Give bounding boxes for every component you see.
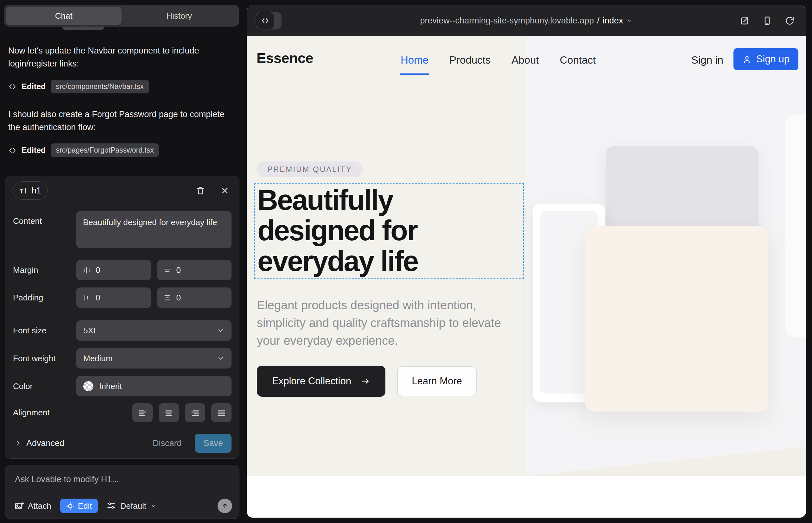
margin-x-input[interactable]: 0 (76, 260, 151, 280)
composer-input[interactable]: Ask Lovable to modify H1... (15, 474, 230, 484)
margin-y-value: 0 (176, 265, 181, 275)
edit-mode-button[interactable]: Edit (60, 499, 98, 513)
chevron-right-icon (15, 440, 22, 447)
transparent-color-swatch (83, 381, 93, 391)
selected-element-chip: тT h1 (13, 181, 48, 200)
url-domain: preview--charming-site-symphony.lovable.… (420, 16, 594, 26)
mobile-view-button[interactable] (762, 16, 772, 26)
refresh-button[interactable] (785, 16, 795, 26)
url-breadcrumb[interactable]: preview--charming-site-symphony.lovable.… (247, 5, 806, 36)
padding-y-input[interactable]: 0 (157, 287, 232, 308)
preview-page: Essence Home Products About Contact Sign… (247, 36, 806, 518)
selected-element-outline: Beautifully designed for everyday life (254, 183, 524, 278)
alignment-buttons (76, 403, 231, 422)
nav-link-about[interactable]: About (511, 54, 539, 66)
edited-file-chip[interactable]: src/components/Navbar.tsx (51, 80, 148, 93)
align-right-button[interactable] (185, 403, 205, 422)
font-weight-value: Medium (83, 354, 211, 363)
explore-collection-button[interactable]: Explore Collection (257, 366, 385, 397)
site-navbar: Essence Home Products About Contact Sign… (247, 36, 806, 84)
preview-window: preview--charming-site-symphony.lovable.… (247, 5, 806, 518)
advanced-toggle[interactable]: Advanced (13, 438, 66, 449)
chat-message: Now let's update the Navbar component to… (8, 44, 235, 70)
margin-x-value: 0 (96, 265, 100, 275)
nav-link-contact[interactable]: Contact (560, 54, 596, 66)
content-input[interactable]: Beautifully designed for everyday life (76, 211, 231, 248)
discard-button[interactable]: Discard (151, 438, 184, 449)
color-label: Color (13, 381, 76, 391)
hero-cta-row: Explore Collection Learn More (257, 366, 477, 397)
chevron-down-icon (217, 355, 225, 362)
tab-history[interactable]: History (122, 7, 237, 25)
chat-composer: Ask Lovable to modify H1... Attach Edit (5, 465, 240, 519)
padding-horizontal-icon (82, 293, 91, 302)
nav-link-products[interactable]: Products (449, 54, 491, 66)
margin-y-input[interactable]: 0 (157, 260, 232, 280)
content-label: Content (13, 216, 76, 226)
font-size-value: 5XL (83, 326, 211, 336)
delete-element-button[interactable] (195, 185, 206, 196)
site-nav-links: Home Products About Contact (401, 36, 596, 84)
app-root: Chat History Now let's update the Navbar… (0, 0, 812, 523)
open-in-new-tab-button[interactable] (740, 16, 749, 26)
tab-chat[interactable]: Chat (6, 7, 122, 25)
advanced-label: Advanced (26, 438, 64, 448)
attach-button[interactable]: Attach (14, 501, 51, 511)
image-plus-icon (14, 501, 24, 511)
sliders-icon (107, 501, 116, 511)
edited-file-row: Edited src/components/Navbar.tsx (8, 80, 235, 93)
arrow-right-icon (361, 376, 370, 386)
premium-quality-badge: PREMIUM QUALITY (257, 161, 363, 177)
learn-more-button[interactable]: Learn More (397, 366, 477, 396)
sidebar-tabs: Chat History (4, 5, 239, 26)
decor-white-rect (785, 115, 806, 337)
margin-horizontal-icon (82, 266, 91, 274)
font-weight-select[interactable]: Medium (76, 348, 231, 368)
align-left-button[interactable] (133, 403, 153, 422)
chevron-down-icon (217, 327, 225, 334)
hero-description: Elegant products designed with intention… (257, 296, 509, 350)
save-button[interactable]: Save (195, 434, 231, 453)
send-button[interactable] (217, 499, 232, 513)
color-value: Inherit (99, 381, 225, 391)
color-select[interactable]: Inherit (76, 376, 231, 396)
sign-in-link[interactable]: Sign in (691, 36, 723, 84)
target-icon (66, 502, 74, 510)
font-size-label: Font size (13, 326, 76, 336)
editor-header: тT h1 (13, 181, 231, 200)
sign-up-button[interactable]: Sign up (734, 48, 798, 70)
hero-heading[interactable]: Beautifully designed for everyday life (255, 184, 458, 276)
code-icon (8, 146, 16, 155)
edited-label: Edited (21, 146, 46, 155)
edited-file-chip[interactable]: src/pages/ForgotPassword.tsx (51, 143, 159, 157)
code-icon (8, 83, 16, 91)
padding-y-value: 0 (176, 293, 181, 303)
edited-file-row: Edited src/pages/ForgotPassword.tsx (8, 143, 235, 157)
font-weight-label: Font weight (13, 354, 76, 363)
close-editor-button[interactable] (220, 186, 230, 195)
chat-sidebar: Chat History Now let's update the Navbar… (0, 0, 246, 523)
default-label: Default (120, 501, 146, 511)
attach-label: Attach (28, 501, 51, 511)
align-center-button[interactable] (159, 403, 179, 422)
model-default-button[interactable]: Default (107, 501, 157, 511)
explore-collection-label: Explore Collection (272, 376, 351, 387)
url-separator: / (597, 16, 600, 26)
edit-label: Edit (78, 501, 92, 511)
chevron-down-icon (626, 17, 632, 24)
edited-label: Edited (21, 82, 46, 91)
browser-actions (740, 5, 795, 36)
padding-label: Padding (13, 293, 76, 303)
preview-browser-bar: preview--charming-site-symphony.lovable.… (247, 5, 806, 36)
padding-x-input[interactable]: 0 (76, 287, 151, 308)
composer-toolbar: Attach Edit Default (14, 499, 232, 513)
chat-messages: Now let's update the Navbar component to… (8, 44, 235, 157)
font-size-select[interactable]: 5XL (76, 320, 231, 341)
nav-link-home[interactable]: Home (401, 54, 428, 66)
sign-up-label: Sign up (756, 54, 790, 65)
decor-cream-rect (585, 226, 768, 412)
site-logo[interactable]: Essence (257, 50, 313, 67)
align-justify-button[interactable] (211, 403, 231, 422)
typography-icon: тT (20, 186, 28, 195)
chat-message: I should also create a Forgot Password p… (8, 108, 235, 134)
